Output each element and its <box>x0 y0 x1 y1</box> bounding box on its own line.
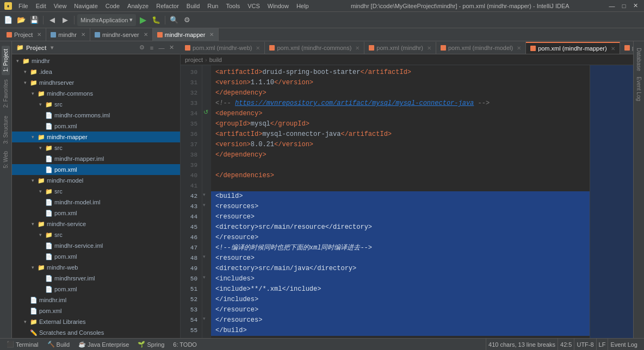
status-event-log[interactable]: Event Log <box>608 339 640 351</box>
fold-arrow-43[interactable]: ▾ <box>203 202 206 208</box>
tree-item-21[interactable]: 📄 pom.xml <box>12 284 180 295</box>
back-button[interactable]: ◀ <box>46 14 58 26</box>
sidebar-action-gear[interactable]: ⚙ <box>138 43 146 52</box>
fold-arrow-42[interactable]: ▾ <box>203 192 206 197</box>
status-cursor[interactable]: 42:5 <box>558 339 574 351</box>
project-tab-mindhr[interactable]: mindhr ✕ <box>46 28 90 41</box>
forward-button[interactable]: ▶ <box>59 14 71 26</box>
code-line-33[interactable]: <!-- https://mvnrepository.com/artifact/… <box>211 98 590 109</box>
status-terminal[interactable]: ⬛ Terminal <box>4 339 41 351</box>
code-line-52[interactable]: </includes> <box>211 295 590 305</box>
close-button[interactable]: ✕ <box>632 2 640 10</box>
code-line-55[interactable]: </build> <box>211 326 590 336</box>
project-tab-mindhrserver[interactable]: mindhr-server ✕ <box>90 28 153 41</box>
menu-analyze[interactable]: Analyze <box>124 2 152 10</box>
status-todo[interactable]: 6: TODO <box>171 339 199 351</box>
menu-edit[interactable]: Edit <box>33 2 49 10</box>
code-line-37[interactable]: <version>8.0.21</version> <box>211 140 590 150</box>
menu-view[interactable]: View <box>51 2 70 10</box>
run-config-dropdown[interactable]: MindhrApplication ▾ <box>77 14 136 26</box>
tree-item-8[interactable]: ▾ 📁 src <box>12 142 180 153</box>
fold-arrow-48[interactable]: ▾ <box>203 254 206 259</box>
code-line-32[interactable]: </dependency> <box>211 88 590 98</box>
tree-item-22[interactable]: 📄 mindhr.iml <box>12 295 180 305</box>
code-line-35[interactable]: <groupId>mysql</groupId> <box>211 119 590 129</box>
editor-tab-close-0[interactable]: ✕ <box>256 45 260 51</box>
code-line-45[interactable]: <directory>src/main/resource</directory> <box>211 222 590 233</box>
editor-tab-close-1[interactable]: ✕ <box>355 45 360 51</box>
status-spring[interactable]: 🌱 Spring <box>135 339 166 351</box>
tree-item-15[interactable]: ▾ 📁 mindhr-service <box>12 218 180 229</box>
tree-item-16[interactable]: ▾ 📁 src <box>12 229 180 240</box>
tree-item-23[interactable]: 📄 pom.xml <box>12 305 180 316</box>
menu-vcs[interactable]: VCS <box>244 2 263 10</box>
tree-item-5[interactable]: 📄 mindhr-commons.iml <box>12 110 180 121</box>
panel-label-web[interactable]: 5: Web <box>2 148 10 172</box>
editor-tab-1[interactable]: pom.xml (mindhr-commons)✕ <box>265 42 364 54</box>
code-line-47[interactable]: <!--编译的时候同时也把下面的xml同时编译进去--> <box>211 243 590 253</box>
code-line-46[interactable]: </resource> <box>211 233 590 243</box>
editor-tab-4[interactable]: pom.xml (mindhr-mapper)✕ <box>526 42 620 54</box>
code-line-53[interactable]: </resource> <box>211 305 590 315</box>
minimize-button[interactable]: — <box>608 2 616 10</box>
code-line-38[interactable]: </dependency> <box>211 150 590 160</box>
code-line-44[interactable]: <resource> <box>211 212 590 222</box>
project-tab-mindhrmapper[interactable]: mindhr-mapper ✕ <box>153 28 219 41</box>
tree-item-11[interactable]: ▾ 📁 mindhr-model <box>12 175 180 186</box>
code-view[interactable]: <artifactId>druid-spring-boot-starter</a… <box>211 65 590 338</box>
tree-item-0[interactable]: ▾ 📁 mindhr <box>12 55 180 66</box>
menu-code[interactable]: Code <box>102 2 123 10</box>
fold-arrow-54[interactable]: ▾ <box>203 316 206 321</box>
sidebar-action-expand[interactable]: ≡ <box>147 43 156 52</box>
code-line-48[interactable]: <resource> <box>211 253 590 264</box>
code-line-31[interactable]: <version>1.1.10</version> <box>211 78 590 88</box>
run-button[interactable]: ▶ <box>137 14 149 26</box>
tree-item-6[interactable]: 📄 pom.xml <box>12 121 180 132</box>
editor-tab-close-4[interactable]: ✕ <box>611 46 615 52</box>
tree-item-4[interactable]: ▾ 📁 src <box>12 99 180 110</box>
tree-item-17[interactable]: 📄 mindhr-service.iml <box>12 240 180 251</box>
maximize-button[interactable]: □ <box>620 2 628 10</box>
tree-item-14[interactable]: 📄 pom.xml <box>12 208 180 218</box>
menu-build[interactable]: Build <box>183 2 203 10</box>
debug-button[interactable]: 🐛 <box>150 14 162 26</box>
panel-label-favorites[interactable]: 2: Favorites <box>2 76 10 111</box>
panel-label-eventlog[interactable]: Event Log <box>635 74 643 103</box>
mindhr-tab-close[interactable]: ✕ <box>81 32 85 38</box>
tree-item-2[interactable]: ▾ 📁 mindhrserver <box>12 77 180 88</box>
mindhrmapper-tab-close[interactable]: ✕ <box>209 32 214 38</box>
project-tab-project[interactable]: Project ✕ <box>2 28 46 41</box>
code-line-54[interactable]: </resources> <box>211 315 590 326</box>
code-line-34[interactable]: <dependency> <box>211 109 590 119</box>
code-line-41[interactable] <box>211 181 590 191</box>
editor-tab-close-2[interactable]: ✕ <box>427 45 431 51</box>
menu-run[interactable]: Run <box>204 2 221 10</box>
code-line-39[interactable] <box>211 160 590 171</box>
tree-item-7[interactable]: ▾ 📁 mindhr-mapper <box>12 132 180 142</box>
sidebar-action-close[interactable]: ✕ <box>167 43 176 52</box>
editor-tab-5[interactable]: pom.xml (mindhr-service)✕ <box>620 42 633 54</box>
editor-tab-0[interactable]: pom.xml (mindhr-web)✕ <box>181 42 265 54</box>
editor-tab-3[interactable]: pom.xml (mindhr-model)✕ <box>436 42 526 54</box>
new-file-button[interactable]: 📄 <box>2 14 14 26</box>
status-encoding[interactable]: UTF-8 <box>574 339 596 351</box>
search-everywhere-button[interactable]: 🔍 <box>168 14 180 26</box>
code-line-40[interactable]: </dependencies> <box>211 171 590 181</box>
open-button[interactable]: 📂 <box>15 14 27 26</box>
code-line-50[interactable]: <includes> <box>211 274 590 284</box>
tree-item-18[interactable]: 📄 pom.xml <box>12 251 180 262</box>
code-line-42[interactable]: <build> <box>211 191 590 202</box>
menu-help[interactable]: Help <box>293 2 312 10</box>
tree-item-10[interactable]: 📄 pom.xml <box>12 164 180 175</box>
panel-label-database[interactable]: Database <box>635 46 643 73</box>
fold-arrow-50[interactable]: ▾ <box>203 274 206 280</box>
tree-item-20[interactable]: 📄 mindhrsrver.iml <box>12 273 180 284</box>
tree-item-25[interactable]: ✏️ Scratches and Consoles <box>12 327 180 338</box>
menu-file[interactable]: File <box>15 2 32 10</box>
code-line-43[interactable]: <resources> <box>211 202 590 212</box>
editor-tab-close-3[interactable]: ✕ <box>517 45 521 51</box>
code-line-51[interactable]: <include>**/*.xml</include> <box>211 284 590 295</box>
tree-item-1[interactable]: ▾ 📁 .idea <box>12 66 180 77</box>
editor-tab-2[interactable]: pom.xml (mindhr)✕ <box>364 42 436 54</box>
menu-tools[interactable]: Tools <box>222 2 243 10</box>
